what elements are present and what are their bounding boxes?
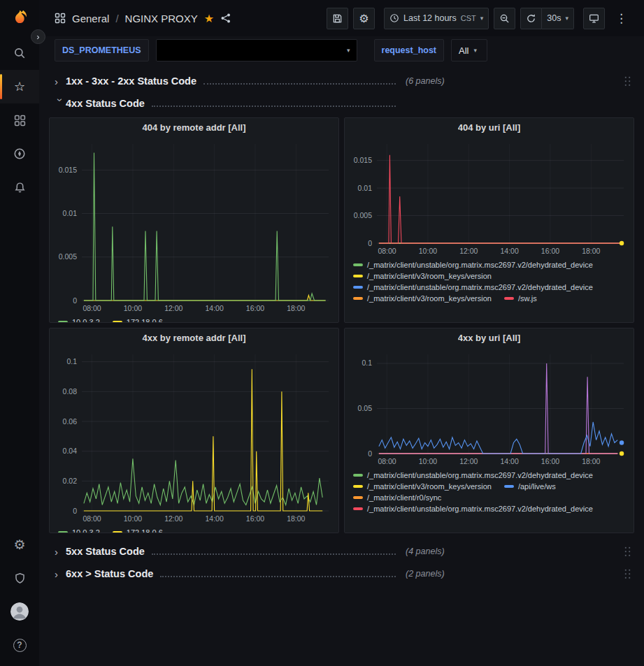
legend-item[interactable]: /sw.js bbox=[504, 294, 537, 303]
shield-icon bbox=[14, 572, 26, 584]
zoom-out-icon bbox=[499, 13, 510, 24]
breadcrumb-dashboard-title[interactable]: NGINX PROXY bbox=[125, 13, 198, 24]
legend-swatch bbox=[353, 496, 363, 499]
row-header-1xx-3xx-2xx[interactable]: › 1xx - 3xx - 2xx Status Code (6 panels) bbox=[49, 70, 634, 92]
row-panel-count: (4 panels) bbox=[406, 546, 445, 556]
row-drag-handle[interactable] bbox=[624, 75, 631, 87]
refresh-interval-dropdown[interactable]: 30s ▾ bbox=[542, 8, 574, 29]
svg-text:14:00: 14:00 bbox=[205, 304, 223, 312]
legend-swatch bbox=[353, 474, 363, 477]
legend-label: 10.0.3.2 bbox=[72, 318, 100, 323]
sidebar-item-starred[interactable]: ☆ bbox=[0, 70, 39, 103]
svg-text:18:00: 18:00 bbox=[582, 457, 600, 465]
svg-text:08:00: 08:00 bbox=[83, 514, 101, 523]
avatar bbox=[10, 602, 29, 621]
time-picker-button[interactable]: Last 12 hours CST ▾ bbox=[384, 8, 489, 29]
timezone-label: CST bbox=[461, 14, 476, 22]
sidebar-bottom: ⚙ ? bbox=[0, 528, 39, 666]
save-dashboard-button[interactable] bbox=[327, 8, 348, 29]
row-drag-handle[interactable] bbox=[624, 568, 631, 579]
legend-item[interactable]: 172.18.0.6 bbox=[113, 318, 163, 323]
svg-text:12:00: 12:00 bbox=[459, 247, 478, 255]
panel-header[interactable]: 4xx by uri [All] bbox=[345, 328, 634, 347]
svg-text:0.04: 0.04 bbox=[63, 447, 78, 455]
sidebar-item-help[interactable]: ? bbox=[0, 628, 39, 662]
sidebar-item-server-admin[interactable] bbox=[0, 561, 39, 595]
legend-swatch bbox=[353, 263, 363, 266]
dashboard-settings-button[interactable]: ⚙ bbox=[353, 8, 375, 29]
panel-header[interactable]: 404 by uri [All] bbox=[345, 118, 634, 137]
svg-text:0.1: 0.1 bbox=[66, 357, 77, 365]
svg-text:0.005: 0.005 bbox=[354, 211, 372, 219]
legend-label: /_matrix/client/r0/sync bbox=[367, 493, 441, 502]
favorite-star-icon[interactable]: ★ bbox=[204, 12, 214, 25]
row-header-6xx[interactable]: › 6xx > Status Code (2 panels) bbox=[49, 563, 634, 585]
variable-datasource-select[interactable]: ▾ bbox=[156, 39, 357, 61]
svg-text:0: 0 bbox=[368, 239, 372, 247]
legend-item[interactable]: 172.18.0.6 bbox=[113, 528, 163, 533]
grafana-flame-icon bbox=[10, 9, 29, 27]
legend-item[interactable]: /_matrix/client/unstable/org.matrix.msc2… bbox=[353, 505, 593, 513]
panel-header[interactable]: 4xx by remote addr [All] bbox=[50, 328, 338, 347]
dotted-leader bbox=[160, 576, 396, 577]
panel-404-by-uri: 404 by uri [All] 00.0050.010.01508:0010:… bbox=[344, 117, 634, 323]
sidebar-item-profile[interactable] bbox=[0, 595, 39, 628]
svg-text:18:00: 18:00 bbox=[582, 247, 600, 255]
zoom-out-button[interactable] bbox=[494, 8, 515, 29]
search-icon bbox=[13, 47, 26, 59]
row-header-4xx[interactable]: › 4xx Status Code bbox=[49, 92, 634, 115]
legend-swatch bbox=[353, 275, 363, 277]
panel-title: 4xx by remote addr [All] bbox=[142, 333, 245, 343]
more-menu-button[interactable]: ⋮ bbox=[610, 8, 633, 29]
gear-icon: ⚙ bbox=[359, 12, 368, 25]
sidebar-item-configuration[interactable]: ⚙ bbox=[0, 528, 39, 561]
dotted-leader bbox=[152, 553, 396, 555]
svg-text:0.06: 0.06 bbox=[63, 417, 78, 426]
legend-item[interactable]: 10.0.3.2 bbox=[58, 318, 100, 323]
timeseries-chart[interactable]: 00.0050.010.01508:0010:0012:0014:0016:00… bbox=[50, 137, 338, 317]
clock-icon bbox=[389, 13, 399, 23]
refresh-button[interactable] bbox=[520, 8, 542, 29]
legend-item[interactable]: /_matrix/client/r0/sync bbox=[353, 493, 441, 502]
row-drag-handle[interactable] bbox=[624, 546, 631, 557]
dashboard-variables-bar: DS_PROMETHEUS ▾ request_host All ▾ bbox=[39, 36, 644, 64]
panel-legend: 10.0.3.2172.18.0.6 bbox=[50, 527, 338, 533]
panel-header[interactable]: 404 by remote addr [All] bbox=[50, 118, 338, 137]
legend-item[interactable]: /_matrix/client/v3/room_keys/version bbox=[353, 294, 492, 303]
legend-item[interactable]: /_matrix/client/unstable/org.matrix.msc2… bbox=[353, 471, 593, 479]
legend-label: /_matrix/client/unstable/org.matrix.msc2… bbox=[367, 505, 593, 513]
variable-request-host-select[interactable]: All ▾ bbox=[451, 39, 487, 61]
svg-text:16:00: 16:00 bbox=[541, 457, 559, 465]
svg-text:18:00: 18:00 bbox=[287, 304, 305, 312]
legend-label: /_matrix/client/unstable/org.matrix.msc2… bbox=[367, 261, 593, 269]
share-icon[interactable] bbox=[220, 13, 231, 24]
breadcrumb-section[interactable]: General bbox=[72, 13, 109, 24]
sidebar-expand-button[interactable]: › bbox=[31, 29, 45, 44]
sidebar-item-alerting[interactable] bbox=[0, 171, 39, 204]
sidebar-item-dashboards[interactable] bbox=[0, 103, 39, 137]
row-header-5xx[interactable]: › 5xx Status Code (4 panels) bbox=[49, 540, 634, 563]
timeseries-chart[interactable]: 00.050.108:0010:0012:0014:0016:0018:00 bbox=[345, 347, 634, 470]
chevron-down-icon: ▾ bbox=[565, 15, 568, 22]
svg-text:0.005: 0.005 bbox=[59, 252, 77, 261]
legend-item[interactable]: /api/live/ws bbox=[504, 482, 556, 491]
legend-item[interactable]: /_matrix/client/unstable/org.matrix.msc2… bbox=[353, 261, 593, 269]
legend-item[interactable]: /_matrix/client/v3/room_keys/version bbox=[353, 272, 492, 280]
svg-text:0.1: 0.1 bbox=[362, 359, 372, 367]
legend-item[interactable]: /_matrix/client/v3/room_keys/version bbox=[353, 482, 492, 491]
panel-4xx-by-remote-addr: 4xx by remote addr [All] 00.020.040.060.… bbox=[49, 328, 339, 533]
legend-item[interactable]: 10.0.3.2 bbox=[58, 528, 100, 533]
panel-title: 404 by remote addr [All] bbox=[142, 122, 245, 133]
legend-label: 172.18.0.6 bbox=[127, 528, 163, 533]
tv-mode-button[interactable] bbox=[583, 8, 605, 29]
svg-text:16:00: 16:00 bbox=[541, 247, 559, 255]
variable-label-datasource[interactable]: DS_PROMETHEUS bbox=[55, 39, 149, 61]
variable-label-request-host[interactable]: request_host bbox=[374, 39, 445, 61]
timeseries-chart[interactable]: 00.0050.010.01508:0010:0012:0014:0016:00… bbox=[345, 137, 634, 259]
svg-text:14:00: 14:00 bbox=[205, 514, 223, 523]
legend-swatch bbox=[353, 297, 363, 300]
legend-item[interactable]: /_matrix/client/unstable/org.matrix.msc2… bbox=[353, 283, 593, 291]
sidebar-item-explore[interactable] bbox=[0, 137, 39, 171]
svg-text:16:00: 16:00 bbox=[246, 514, 264, 523]
timeseries-chart[interactable]: 00.020.040.060.080.108:0010:0012:0014:00… bbox=[50, 347, 338, 527]
